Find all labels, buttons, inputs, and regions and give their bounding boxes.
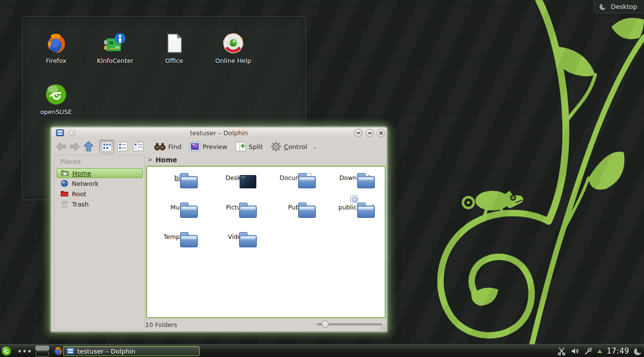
tray-expander-icon[interactable] [597,350,602,353]
folder-item-documents[interactable]: Documents [270,172,325,181]
folder-icon [239,235,257,247]
folder-label: Downloads [329,174,384,181]
folder-item-desktop[interactable]: Desktop [211,172,266,181]
window-title: testuser – Dolphin [51,129,387,137]
system-tray: 17:49 [557,345,644,357]
columns-view-button[interactable] [131,140,146,153]
split-button[interactable]: Split [235,142,263,151]
clipboard-scissors-icon[interactable] [557,347,566,356]
opensuse-icon [44,83,68,106]
binoculars-icon [154,142,166,151]
split-view-icon [235,142,246,151]
up-button[interactable] [82,140,95,153]
panel-cashew-icon[interactable] [634,347,642,356]
preview-button[interactable]: Preview [189,142,228,151]
control-label: Control [284,143,307,150]
places-item-root[interactable]: Root [57,189,143,199]
close-button[interactable] [377,129,385,137]
places-header: Places [55,155,145,168]
details-view-button[interactable] [115,140,130,153]
desktop-toolbox-button[interactable]: Desktop [594,0,644,13]
pager-desktop-1[interactable] [35,346,49,351]
clock[interactable]: 17:49 [607,347,629,356]
places-item-network[interactable]: Network [57,178,143,188]
zoom-slider[interactable] [317,324,382,326]
folder-label: Videos [211,233,266,240]
volume-icon[interactable] [571,347,580,356]
documents-folder-icon [298,176,316,188]
arrow-left-icon [56,142,66,151]
chevron-up-icon [367,130,372,136]
columns-view-icon [133,142,144,151]
network-globe-icon [61,179,68,187]
folder-label: Music [152,204,207,211]
minimize-button[interactable] [354,129,363,137]
breadcrumb[interactable]: > Home [148,155,177,165]
preview-image-icon [189,142,200,151]
places-item-label: Network [72,180,98,187]
folder-label: Pictures [211,204,266,211]
places-item-trash[interactable]: Trash [57,199,143,209]
toolbox-label: Desktop [611,3,637,10]
desktop-icon-label: Online Help [208,57,259,64]
folder-label: Documents [270,174,325,181]
folder-icon [180,176,198,188]
desktop-icon-office[interactable]: Office [149,31,200,64]
office-icon [162,31,186,55]
desktop-icon-firefox[interactable]: Firefox [31,31,82,64]
taskbar-task-dolphin[interactable]: testuser – Dolphin [63,346,200,356]
trash-icon [61,200,68,208]
folder-item-public[interactable]: Public [270,201,325,211]
places-panel: Places Home Network Root [54,155,145,330]
kinfocenter-icon [103,31,127,55]
zoom-slider-handle[interactable] [322,321,329,328]
online-help-icon [221,31,245,55]
folder-item-public-html[interactable]: public_html [329,201,384,211]
gear-icon [271,141,281,152]
panel-dots-icon[interactable] [18,349,31,353]
find-button[interactable]: Find [154,142,182,151]
back-button[interactable] [54,140,68,153]
root-folder-icon [61,190,68,198]
breadcrumb-separator-icon: > [148,156,153,163]
titlebar[interactable]: testuser – Dolphin [51,127,387,138]
dolphin-window: testuser – Dolphin [51,127,387,332]
split-label: Split [248,143,263,150]
folder-item-templates[interactable]: Templates [152,231,207,240]
find-label: Find [168,143,182,150]
places-item-label: Root [72,190,86,198]
pager-desktop-2[interactable] [35,352,49,357]
firefox-icon [44,31,68,55]
public-html-folder-icon [357,206,375,218]
icons-view-button[interactable] [99,140,114,153]
desktop-icon-kinfocenter[interactable]: KInfoCenter [90,31,141,64]
desktop-icon-opensuse[interactable]: openSUSE [31,83,82,116]
folder-label: Desktop [211,174,266,181]
folder-item-videos[interactable]: Videos [211,231,266,240]
folder-item-downloads[interactable]: Downloads [329,172,384,181]
desktop-icon-online-help[interactable]: Online Help [208,31,259,64]
application-launcher-icon[interactable] [1,346,12,357]
folder-view[interactable]: bin Desktop Documents Downloads Music Pi… [146,166,386,318]
desktop-icon-label: Firefox [31,57,82,64]
arrow-up-icon [83,141,94,152]
desktop-folder-icon [240,175,256,188]
forward-button[interactable] [68,140,82,153]
folder-icon [239,206,257,218]
device-notifier-icon[interactable] [584,347,593,356]
folder-icon [357,176,375,188]
desktop-icon-label: Office [149,57,200,64]
desktop-icon-label: openSUSE [31,108,82,116]
control-button[interactable]: Control ⌄ [271,141,316,152]
breadcrumb-location[interactable]: Home [155,156,177,164]
folder-item-bin[interactable]: bin [152,172,207,181]
places-item-label: Trash [72,201,89,208]
places-item-home[interactable]: Home [57,168,143,178]
icons-view-icon [101,142,112,151]
folder-item-pictures[interactable]: Pictures [211,201,266,211]
resize-grip[interactable] [380,325,386,330]
maximize-button[interactable] [366,129,374,137]
firefox-taskbar-icon[interactable] [53,346,63,356]
web-emblem-icon [350,195,358,203]
folder-item-music[interactable]: Music [152,201,207,211]
